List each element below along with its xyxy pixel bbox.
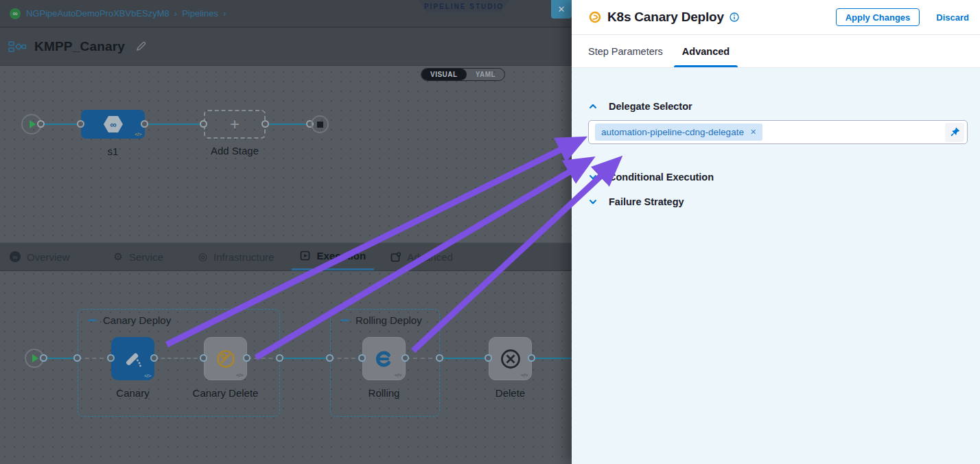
add-stage-label: Add Stage	[197, 145, 272, 156]
connector-port[interactable]	[73, 354, 81, 362]
play-icon	[30, 120, 36, 128]
plus-icon: +	[230, 115, 240, 134]
tab-service[interactable]: ⚙ Service	[114, 243, 163, 270]
connector-line	[532, 358, 572, 359]
pin-input-button[interactable]	[945, 123, 964, 142]
delete-step-icon	[499, 347, 522, 371]
step-label: Canary	[111, 387, 154, 399]
breadcrumb-pipelines-link[interactable]: Pipelines	[182, 8, 218, 19]
add-stage-button[interactable]: +	[204, 110, 266, 139]
connector-port[interactable]	[485, 354, 492, 362]
connector-line	[280, 358, 330, 359]
tab-advanced-drawer[interactable]: Advanced	[674, 35, 738, 67]
yaml-toggle-button[interactable]: YAML	[467, 69, 504, 80]
connector-port[interactable]	[107, 354, 115, 362]
pipeline-title-bar: KMPP_Canary VISUAL YAML	[0, 27, 572, 66]
section-failure-strategy[interactable]: Failure Strategy	[588, 196, 968, 207]
drawer-body: Delegate Selector automation-pipeline-cd…	[572, 68, 980, 464]
stage-template-badge: </>	[135, 131, 141, 137]
tab-label: Execution	[316, 250, 366, 262]
visual-yaml-toggle: VISUAL YAML	[421, 68, 505, 81]
connector-port[interactable]	[528, 354, 535, 362]
step-node-canary[interactable]: </>	[111, 337, 154, 380]
step-label: Rolling	[362, 387, 406, 399]
infrastructure-icon: ◎	[198, 251, 207, 263]
connector-port[interactable]	[243, 354, 250, 362]
connector-port[interactable]	[358, 354, 366, 362]
step-group-label: Rolling Deploy	[355, 314, 422, 326]
info-icon[interactable]	[730, 12, 739, 22]
apply-changes-button[interactable]: Apply Changes	[836, 8, 920, 26]
stage-label: s1	[81, 146, 145, 157]
gear-icon: ⚙	[114, 251, 123, 263]
pipeline-title: KMPP_Canary	[34, 39, 125, 54]
play-icon	[32, 354, 38, 362]
tab-label: Service	[129, 251, 163, 263]
drawer-header: K8s Canary Deploy Apply Changes Discard	[572, 0, 980, 35]
pipeline-studio-badge: PIPELINE STUDIO	[418, 0, 510, 12]
remove-tag-icon[interactable]: ✕	[750, 128, 756, 137]
step-node-rolling[interactable]: </>	[362, 337, 406, 380]
tab-advanced[interactable]: Advanced	[390, 243, 453, 270]
canary-delete-icon	[215, 348, 237, 370]
chevron-down-icon	[588, 197, 598, 207]
connector-port[interactable]	[40, 354, 47, 362]
project-icon: ∞	[10, 8, 21, 19]
connector-port[interactable]	[401, 354, 409, 362]
tab-step-parameters[interactable]: Step Parameters	[588, 35, 663, 67]
connector-port[interactable]	[436, 354, 443, 362]
edit-pipeline-icon[interactable]	[136, 41, 146, 51]
step-node-delete[interactable]: </>	[489, 337, 532, 380]
chevron-up-icon	[588, 102, 598, 111]
stage-tab-bar: ∞ Overview ⚙ Service ◎ Infrastructure Ex…	[0, 242, 572, 271]
collapse-group-icon[interactable]	[340, 319, 349, 321]
canary-deployment-icon	[121, 347, 145, 371]
connector-port[interactable]	[261, 120, 269, 128]
pipeline-studio-screen: ∞ NGPipeAutoDemoProXBVbESzyM8 › Pipeline…	[0, 0, 980, 464]
delegate-selector-input[interactable]: automation-pipeline-cdng-delegate ✕	[588, 120, 968, 144]
pipeline-end-node	[311, 115, 329, 133]
connector-port[interactable]	[150, 354, 158, 362]
pin-icon	[950, 127, 960, 137]
connector-line	[40, 124, 81, 125]
stop-icon	[317, 121, 323, 128]
connector-port[interactable]	[200, 354, 207, 362]
section-delegate-selector[interactable]: Delegate Selector	[588, 101, 968, 112]
stage-node-s1[interactable]: ∞ </>	[81, 110, 145, 139]
section-label: Delegate Selector	[609, 101, 692, 112]
step-node-canary-delete[interactable]: </>	[204, 337, 247, 380]
close-drawer-button[interactable]: ✕	[551, 0, 572, 19]
tab-label: Overview	[27, 251, 70, 263]
step-group-label: Canary Deploy	[103, 314, 171, 326]
cd-stage-icon: ∞	[102, 115, 124, 134]
tab-infrastructure[interactable]: ◎ Infrastructure	[198, 243, 274, 270]
collapse-group-icon[interactable]	[88, 319, 97, 321]
section-label: Failure Strategy	[609, 196, 684, 207]
step-template-badge: </>	[521, 372, 528, 378]
connector-line	[266, 124, 311, 125]
step-config-drawer: K8s Canary Deploy Apply Changes Discard …	[572, 0, 980, 464]
tab-execution[interactable]: Execution	[292, 243, 374, 270]
section-conditional-execution[interactable]: Conditional Execution	[588, 172, 968, 183]
connector-port[interactable]	[141, 120, 148, 128]
tab-label: Advanced	[407, 251, 453, 263]
connector-port[interactable]	[326, 354, 334, 362]
delegate-tag-text: automation-pipeline-cdng-delegate	[601, 127, 744, 137]
connector-port[interactable]	[276, 354, 283, 362]
connector-line	[145, 124, 204, 125]
tab-label: Infrastructure	[213, 251, 274, 263]
tab-overview[interactable]: ∞ Overview	[10, 243, 70, 270]
step-group-canary-deploy[interactable]: Canary Deploy	[78, 309, 280, 417]
breadcrumb-project-link[interactable]: NGPipeAutoDemoProXBVbESzyM8	[26, 8, 170, 19]
advanced-icon	[390, 252, 401, 262]
connector-port[interactable]	[37, 120, 45, 128]
k8s-canary-step-icon	[589, 11, 601, 23]
discard-button[interactable]: Discard	[936, 12, 969, 23]
connector-line	[44, 358, 78, 359]
connector-port[interactable]	[77, 120, 84, 128]
visual-toggle-button[interactable]: VISUAL	[421, 69, 467, 80]
breadcrumb-separator-icon: ›	[174, 8, 177, 19]
pipeline-canvas-dimmed: ∞ NGPipeAutoDemoProXBVbESzyM8 › Pipeline…	[0, 0, 572, 464]
connector-port[interactable]	[200, 120, 207, 128]
drawer-title: K8s Canary Deploy	[607, 10, 724, 25]
